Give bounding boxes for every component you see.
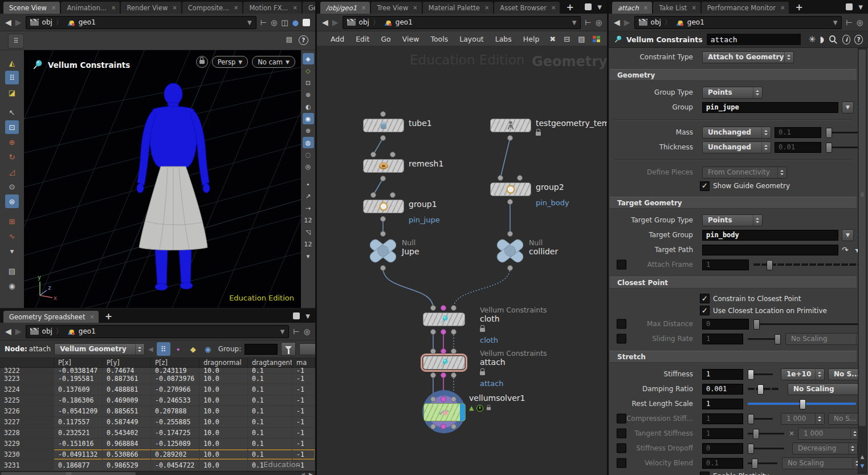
stiffness-scale-dropdown[interactable]: No S...	[828, 368, 858, 380]
mass-input[interactable]: 0.1	[775, 127, 821, 138]
tab-motion-fx[interactable]: Motion FX...×	[243, 2, 301, 14]
tab-geometry-spreadsheet[interactable]: Geometry Spreadsheet×	[3, 311, 99, 323]
path-dropdown-icon[interactable]: ▼	[280, 328, 285, 335]
ghost-geometry-icon[interactable]: ◎	[303, 161, 314, 172]
section-target-geometry[interactable]: Target Geometry	[610, 197, 857, 209]
lights-off-icon[interactable]: ⊗	[303, 89, 314, 100]
back-icon[interactable]: ◀	[614, 18, 620, 27]
max-distance-input[interactable]: 0	[702, 319, 749, 330]
node-cloth[interactable]: Vellum Constraintsclothcloth	[423, 312, 465, 326]
tangent-max-dropdown[interactable]: 1 000	[798, 428, 858, 440]
pin-pane-icon[interactable]: ⊢	[585, 18, 591, 27]
select-geometry-icon[interactable]: ◪	[5, 86, 19, 99]
max-distance-slider[interactable]	[753, 323, 858, 325]
mass-mode-dropdown[interactable]: Unchanged	[702, 127, 771, 139]
info-icon[interactable]: i	[842, 35, 851, 44]
breadcrumb[interactable]: obj 〉 geo1 ▼	[343, 16, 581, 29]
constrain-closest-checkbox[interactable]: ✓	[700, 294, 710, 303]
scroll-right-icon[interactable]: ▶	[309, 472, 313, 475]
horizontal-scrollbar[interactable]: ⠿⠿ ◀ ▶	[0, 471, 315, 475]
target-group-type-dropdown[interactable]: Points	[702, 214, 763, 226]
stiffness-input[interactable]: 1	[702, 369, 743, 380]
column-header-id[interactable]	[0, 358, 54, 367]
damping-ratio-slider[interactable]	[748, 388, 780, 390]
velocity-blend-slider[interactable]	[748, 462, 777, 464]
forward-icon[interactable]: ▶	[15, 327, 22, 336]
group-type-dropdown[interactable]: Points	[702, 87, 763, 99]
wireframe-icon[interactable]: ◇	[303, 65, 314, 76]
help-icon[interactable]: ?	[854, 35, 863, 44]
select-tool-icon[interactable]: ↖	[5, 105, 19, 119]
point-normals-icon[interactable]: ↗	[303, 190, 314, 202]
thickness-mode-dropdown[interactable]: Unchanged	[702, 141, 771, 153]
network-canvas[interactable]: Education Edition Geometry	[317, 46, 607, 475]
target-group-input[interactable]: pin_body	[702, 230, 838, 241]
compression-toggle[interactable]: ✓	[617, 414, 626, 424]
use-closest-checkbox[interactable]: ✓	[700, 306, 710, 315]
spreadsheet-row-3228[interactable]: 32280.2325210.543402-0.17472510.00.1-1	[0, 428, 315, 439]
breadcrumb[interactable]: obj 〉 geo1 ▼	[26, 325, 290, 338]
define-pieces-dropdown[interactable]: From Connectivity	[702, 167, 787, 178]
tree-list-icon[interactable]: ⊟	[560, 35, 573, 43]
rest-length-slider[interactable]	[748, 403, 856, 405]
prim-normals-icon[interactable]: ◹	[303, 226, 314, 238]
view-menu-button[interactable]: View	[299, 343, 315, 355]
tangent-toggle[interactable]: ✓	[617, 429, 626, 439]
target-group-dropdown-icon[interactable]: ▼	[842, 229, 854, 241]
compression-slider[interactable]	[748, 418, 773, 420]
node-name-field[interactable]: attach	[707, 34, 801, 45]
points-mode-icon[interactable]: ⠿	[157, 342, 170, 356]
tab-close-icon[interactable]: ×	[361, 5, 366, 11]
view-lock-icon[interactable]: ⊡	[303, 77, 314, 88]
forward-icon[interactable]: ▶	[15, 18, 22, 27]
search-icon[interactable]	[829, 35, 836, 42]
section-geometry[interactable]: Geometry	[610, 69, 857, 81]
max-distance-toggle[interactable]: ✓	[617, 319, 626, 329]
headlight-icon[interactable]: ◉	[303, 113, 314, 124]
pane-maximize-icon[interactable]	[293, 312, 300, 319]
tab-close-icon[interactable]: ×	[111, 5, 116, 11]
tangent-input[interactable]: 1	[702, 428, 743, 439]
constraint-type-dropdown[interactable]: Attach to Geometry	[702, 51, 794, 63]
pin-pane-icon[interactable]: ⊢	[260, 18, 267, 27]
forward-icon[interactable]: ▶	[332, 18, 339, 27]
section-closest-point[interactable]: Closest Point	[610, 277, 857, 289]
forward-icon[interactable]: ▶	[624, 18, 630, 27]
background-swatch[interactable]	[303, 19, 310, 26]
column-header-dragnormal[interactable]: dragnormal	[199, 358, 248, 367]
node-chooser-icon[interactable]: ➤	[852, 245, 858, 255]
mass-slider[interactable]	[826, 132, 858, 133]
menu-tools[interactable]: Tools	[425, 35, 454, 43]
vertical-scrollbar[interactable]: ⠿ ▲ ▼	[858, 48, 867, 474]
pane-menu-icon[interactable]: ▼	[858, 4, 863, 10]
compression-scale-dropdown[interactable]: No S...	[828, 413, 858, 425]
menu-go[interactable]: Go	[375, 35, 396, 43]
tangent-slider[interactable]	[748, 433, 784, 435]
tab-render-view[interactable]: Render View×	[121, 2, 181, 14]
tab-close-icon[interactable]: ×	[643, 5, 648, 11]
velocity-blend-input[interactable]: 0.1	[702, 458, 743, 469]
scrollbar-thumb[interactable]: ⠿	[859, 50, 866, 426]
tab-asset-browser[interactable]: Asset Browser×	[494, 2, 560, 14]
tab-close-icon[interactable]: ×	[551, 5, 556, 11]
sliding-rate-scale-dropdown[interactable]: No Scaling	[785, 333, 858, 345]
pin-pane-icon[interactable]: ⊢	[846, 18, 852, 27]
node-group2[interactable]: group2pin_body	[490, 182, 531, 196]
tab-close-icon[interactable]: ×	[413, 5, 417, 11]
spreadsheet-row-3222[interactable]: 3222-0.03381470.746740.24311910.00.1-1	[0, 368, 315, 373]
list-view-icon[interactable]: ▤	[574, 35, 588, 43]
vertices-mode-icon[interactable]: ∙	[172, 342, 185, 356]
tab-close-icon[interactable]: ×	[691, 5, 696, 11]
pane-menu-icon[interactable]: ▼	[305, 313, 310, 319]
group-filter-icon[interactable]	[281, 342, 296, 356]
tab-close-icon[interactable]: ×	[484, 5, 489, 11]
more-tools-icon[interactable]: ▾	[5, 244, 19, 258]
new-tab-button[interactable]: +	[100, 311, 117, 322]
enable-plasticity-checkbox[interactable]: ✓	[700, 472, 710, 475]
scroll-up-icon[interactable]: ▲	[858, 454, 866, 460]
tab-performance-monitor[interactable]: Performance Monitor×	[702, 2, 789, 14]
point-trail-icon[interactable]: ⇢	[303, 202, 314, 214]
tab-obj-geo1[interactable]: /obj/geo1×	[320, 2, 370, 14]
sliding-rate-slider[interactable]	[748, 338, 781, 340]
column-header-p-y[interactable]: P[y]	[103, 358, 151, 367]
